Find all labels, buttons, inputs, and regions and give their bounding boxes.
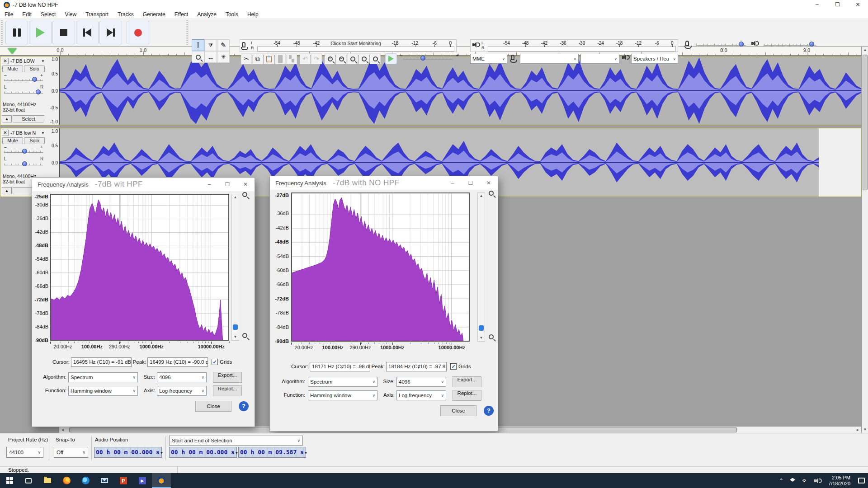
spectrum-svg[interactable] [51,194,229,340]
recording-meter-scale[interactable]: -54-48-42-18-12-60Click to Start Monitor… [257,40,454,52]
toolbar-grip[interactable] [186,20,189,45]
taskbar-movies[interactable]: ▶ [133,473,152,488]
menu-help[interactable]: Help [243,10,263,19]
recording-device-select[interactable]: ∨ [520,54,579,64]
track-1-vertical-scale[interactable]: 1.00.50.0-0.5-1.0 [47,56,60,125]
recording-channels-select[interactable]: ∨ [580,54,619,64]
plot-zoom-in-icon[interactable] [242,192,247,197]
select-track-button[interactable]: Select [13,115,44,122]
taskbar-edge[interactable] [76,473,95,488]
copy-button[interactable]: ⧉ [252,53,263,64]
playhead-triangle-icon[interactable] [8,48,17,54]
maximize-button[interactable]: ☐ [827,0,848,10]
axis-select[interactable]: Log frequency∨ [157,386,207,396]
undo-button[interactable]: ↶ [300,53,311,64]
task-view-button[interactable] [19,473,38,488]
pan-slider[interactable] [4,92,43,94]
dialog-maximize-button[interactable]: ☐ [218,181,236,188]
zoom-in-button[interactable]: + [325,53,335,64]
tray-chevron-up[interactable]: ⌃ [776,473,787,488]
gain-knob[interactable] [22,149,27,154]
spectrum-svg[interactable] [292,193,469,341]
play-button[interactable] [29,21,52,44]
mute-button[interactable]: Mute [2,137,23,144]
playback-meter[interactable]: L R -54-48-42-36-30-24-18-12-60 [470,39,678,52]
algorithm-select[interactable]: Spectrum∨ [308,377,377,387]
toolbar-grip[interactable] [1,20,3,45]
selection-tool-button[interactable]: I [192,39,204,51]
project-rate-select[interactable]: 44100∨ [6,447,43,458]
plot-scroll-thumb[interactable] [233,324,238,330]
track-name-menu[interactable]: -7 DB low N▼ [9,130,46,136]
selection-end-field[interactable]: 00 h 00 m 09.587 s▼ [238,447,306,458]
pan-knob[interactable] [22,161,27,166]
skip-to-end-button[interactable] [99,21,122,44]
close-dialog-button[interactable]: Close [440,405,476,416]
plot-scroll-up-arrow[interactable]: ▲ [478,193,485,199]
spectrum-plot[interactable] [50,194,229,341]
collapse-track-button[interactable]: ▲ [2,115,12,122]
cut-button[interactable]: ✂ [241,53,252,64]
gain-slider[interactable] [4,151,43,153]
solo-button[interactable]: Solo [24,66,45,72]
play-speed-slider[interactable] [403,58,453,60]
menu-generate[interactable]: Generate [138,10,170,19]
help-button[interactable]: ? [239,401,249,411]
help-button[interactable]: ? [484,406,494,416]
grids-checkbox[interactable]: ✓ [450,363,457,370]
menu-tracks[interactable]: Tracks [113,10,138,19]
plot-scroll-up-arrow[interactable]: ▲ [232,194,239,201]
scroll-right-arrow[interactable]: ► [854,427,861,433]
pan-knob[interactable] [36,89,41,94]
size-select[interactable]: 4096∨ [396,377,446,387]
pause-button[interactable] [5,21,28,44]
close-dialog-button[interactable]: Close [195,401,231,412]
scroll-up-arrow[interactable]: ▲ [862,47,868,53]
taskbar-mail[interactable] [95,473,114,488]
solo-button[interactable]: Solo [24,137,45,144]
fit-selection-button[interactable] [347,53,358,64]
audio-host-select[interactable]: MME∨ [470,54,507,64]
taskbar-powerpoint[interactable]: P [114,473,133,488]
zoom-toggle-button[interactable] [370,53,381,64]
playback-volume-knob[interactable] [809,42,814,47]
playback-volume-slider[interactable] [764,44,816,46]
start-monitoring-text[interactable]: Click to Start Monitoring [330,41,381,46]
recording-meter[interactable]: L R -54-48-42-18-12-60Click to Start Mon… [240,39,457,52]
menu-transport[interactable]: Transport [81,10,113,19]
taskbar-firefox[interactable] [57,473,76,488]
plot-scroll-thumb[interactable] [479,325,484,331]
size-select[interactable]: 4096∨ [157,372,207,382]
export-button[interactable]: Export... [213,372,242,383]
tray-volume[interactable] [811,473,824,488]
fit-project-button[interactable] [359,53,369,64]
action-center-button[interactable] [855,473,868,488]
plot-scroll-down-arrow[interactable]: ▼ [232,334,239,340]
silence-audio-button[interactable]: ▚ [286,53,297,64]
menu-view[interactable]: View [60,10,81,19]
menu-analyze[interactable]: Analyze [193,10,221,19]
plot-zoom-in-icon[interactable] [489,191,494,196]
dialog-close-button[interactable]: ✕ [236,181,255,188]
taskbar-audacity-active[interactable] [152,473,171,488]
taskbar-file-explorer[interactable] [38,473,57,488]
dialog-titlebar[interactable]: Frequency Analysis -7dB wit HPF – ☐ ✕ [32,178,255,191]
dialog-minimize-button[interactable]: – [200,181,218,188]
menu-effect[interactable]: Effect [170,10,193,19]
pan-slider[interactable] [4,164,43,165]
skip-to-start-button[interactable] [76,21,99,44]
vertical-scroll-thumb[interactable] [863,55,868,190]
track-close-button[interactable]: ✕ [2,130,9,136]
play-at-speed-button[interactable] [385,53,397,64]
menu-tools[interactable]: Tools [221,10,243,19]
mute-button[interactable]: Mute [2,66,23,72]
scroll-left-arrow[interactable]: ◄ [59,427,66,433]
gain-knob[interactable] [32,77,37,82]
spectrum-plot[interactable] [291,192,470,342]
recording-volume-knob[interactable] [739,42,744,47]
function-select[interactable]: Hamming window∨ [308,390,377,400]
waveform-svg[interactable] [60,56,862,125]
timeshift-tool-button[interactable]: ↔ [204,51,217,63]
plot-scroll-down-arrow[interactable]: ▼ [478,335,485,341]
function-select[interactable]: Hamming window∨ [68,386,138,396]
